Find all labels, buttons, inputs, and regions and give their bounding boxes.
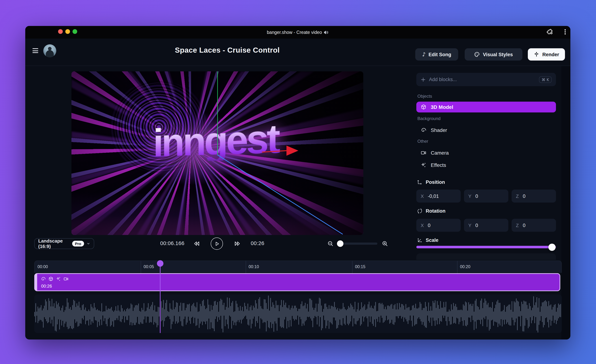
playhead-line (160, 261, 161, 333)
sidebar-scroll-gutter (561, 66, 570, 340)
rotation-x-input[interactable]: X0 (416, 219, 461, 232)
speaker-icon (324, 30, 329, 35)
render-button[interactable]: Render (528, 48, 565, 61)
ruler-label: 00:00 (37, 264, 48, 269)
scale-slider-thumb[interactable] (548, 243, 556, 251)
video-camera-icon (421, 150, 426, 156)
aspect-ratio-label: Landscape (16:9) (38, 238, 69, 249)
aspect-ratio-dropdown[interactable]: Landscape (16:9) Pro (34, 238, 94, 249)
timeline-clip[interactable]: 00:26 (34, 273, 560, 291)
app-header: Space Laces - Cruise Control ♪ Edit Song… (25, 39, 570, 66)
rotation-y-input[interactable]: Y0 (464, 219, 508, 232)
clip-duration-label: 00:26 (41, 284, 52, 289)
ruler-label: 00:10 (249, 264, 259, 269)
extensions-puzzle-icon[interactable] (546, 29, 553, 35)
visual-styles-button[interactable]: Visual Styles (465, 48, 522, 61)
timeline: 00:00 00:05 00:10 00:15 00:20 00:26 (34, 261, 562, 333)
timeline-ruler[interactable]: 00:00 00:05 00:10 00:15 00:20 (34, 261, 562, 273)
chevron-down-icon (87, 241, 90, 246)
gizmo-z-axis (217, 155, 343, 234)
ruler-label: 00:05 (144, 264, 154, 269)
desktop: banger.show - Create video Space Laces -… (0, 0, 596, 364)
browser-menu-kebab-icon[interactable] (562, 29, 569, 35)
sidebar-item-effects[interactable]: Effects (416, 160, 556, 170)
hamburger-menu-icon[interactable] (32, 48, 38, 53)
playhead-handle[interactable] (157, 260, 164, 267)
position-z-input[interactable]: Z0 (512, 189, 556, 203)
current-time: 00:06.166 (160, 240, 184, 246)
section-label-background: Background (417, 116, 440, 121)
rotation-inputs: X0 Y0 Z0 (416, 219, 556, 232)
fast-forward-icon (234, 240, 241, 247)
avatar[interactable] (43, 44, 56, 57)
zoom-in-icon (382, 240, 388, 247)
section-label-objects: Objects (417, 94, 432, 99)
zoom-out-icon (327, 240, 334, 247)
transform-gizmo (71, 71, 363, 235)
properties-sidebar: Add blocks... ⌘ K Objects 3D Model Backg… (416, 71, 556, 260)
move-3d-icon (417, 180, 423, 185)
timeline-zoom-slider-thumb[interactable] (337, 240, 343, 247)
play-button[interactable] (211, 238, 223, 250)
scale-3d-icon (417, 238, 423, 243)
page-title: Space Laces - Cruise Control (144, 46, 310, 54)
add-blocks-placeholder: Add blocks... (429, 77, 457, 82)
ruler-label: 00:20 (460, 264, 470, 269)
position-y-input[interactable]: Y0 (464, 189, 508, 203)
sparkle-icon (534, 51, 539, 57)
waveform-graphic (34, 294, 562, 333)
position-inputs: X-0,01 Y0 Z0 (416, 189, 556, 203)
audio-waveform[interactable] (34, 294, 562, 333)
scale-slider[interactable] (416, 246, 556, 248)
sparkles-icon (56, 277, 61, 282)
sidebar-item-shader[interactable]: Shader (416, 125, 556, 135)
shortcut-badge: ⌘ K (539, 76, 552, 83)
gizmo-x-arrow (286, 146, 298, 156)
app-window: banger.show - Create video Space Laces -… (25, 26, 570, 340)
cube-icon (421, 104, 426, 110)
video-camera-icon (64, 277, 68, 282)
add-blocks-input[interactable]: Add blocks... ⌘ K (416, 73, 556, 86)
position-x-input[interactable]: X-0,01 (416, 189, 461, 203)
rotation-header: Rotation (417, 208, 446, 214)
music-note-icon: ♪ (422, 51, 425, 58)
fast-forward-button[interactable] (231, 238, 244, 250)
sidebar-item-camera[interactable]: Camera (416, 148, 556, 158)
section-label-other: Other (417, 139, 428, 144)
zoom-out-button[interactable] (324, 238, 337, 250)
rewind-button[interactable] (191, 238, 203, 250)
cube-icon (48, 277, 53, 282)
titlebar: banger.show - Create video (25, 26, 570, 39)
rotation-z-input[interactable]: Z0 (512, 219, 556, 232)
rewind-icon (193, 240, 200, 247)
gizmo-x-axis (262, 151, 287, 152)
plus-icon (421, 77, 426, 82)
clip-block-icons (41, 277, 68, 282)
rotate-3d-icon (417, 208, 423, 214)
spiral-icon (41, 277, 46, 282)
ruler-label: 00:15 (355, 264, 365, 269)
sidebar-item-3d-model[interactable]: 3D Model (416, 102, 556, 112)
next-panel-partial (416, 253, 556, 260)
pro-badge: Pro (72, 241, 84, 247)
play-icon (214, 241, 220, 246)
position-header: Position (417, 180, 445, 185)
timeline-zoom-slider[interactable] (338, 243, 377, 245)
edit-song-button[interactable]: ♪ Edit Song (415, 48, 458, 61)
video-preview-viewport[interactable]: inngest (71, 71, 363, 235)
zoom-in-button[interactable] (379, 238, 391, 250)
sparkles-icon (421, 162, 426, 168)
scale-header: Scale (417, 238, 439, 243)
window-title: banger.show - Create video (25, 26, 570, 39)
total-duration: 00:26 (251, 240, 264, 246)
palette-icon (474, 51, 480, 57)
spiral-icon (421, 127, 426, 133)
